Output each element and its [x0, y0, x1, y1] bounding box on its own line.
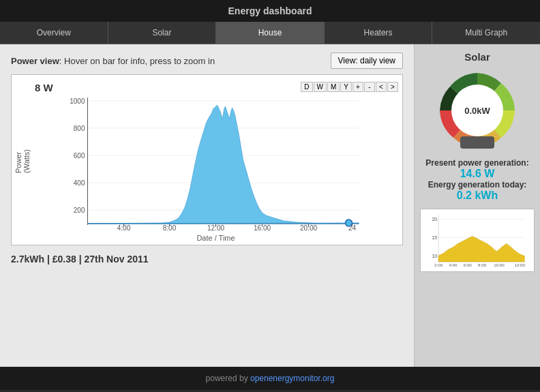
right-panel: Solar — [414, 44, 540, 367]
chart-btn-minus[interactable]: - — [364, 82, 375, 92]
chart-btn-d[interactable]: D — [301, 82, 312, 92]
energy-today-label: Energy generation today: — [420, 180, 535, 190]
footer: powered by openenergymonitor.org — [0, 367, 540, 390]
mini-chart-container: 20 15 10 2:00 4:00 6:00 8:00 10:00 12:00 — [420, 209, 535, 272]
chart-btn-prev[interactable]: < — [376, 82, 387, 92]
svg-marker-24 — [88, 105, 359, 224]
summary-text: 2.7kWh | £0.38 | 27th Nov 2011 — [11, 254, 403, 265]
chart-btn-plus[interactable]: + — [352, 82, 363, 92]
chart-btn-next[interactable]: > — [387, 82, 398, 92]
svg-text:200: 200 — [74, 207, 85, 214]
y-axis-label: Power(Watts) — [14, 80, 31, 242]
view-button[interactable]: View: daily view — [331, 52, 403, 69]
tab-multigraph[interactable]: Multi Graph — [432, 22, 540, 44]
energy-today-value: 0.2 kWh — [420, 190, 535, 202]
svg-text:6:00: 6:00 — [464, 262, 472, 267]
svg-text:8:00: 8:00 — [478, 262, 487, 267]
svg-text:1000: 1000 — [70, 97, 85, 105]
tab-overview[interactable]: Overview — [0, 22, 108, 44]
mini-chart-svg: 20 15 10 2:00 4:00 6:00 8:00 10:00 12:00 — [423, 212, 531, 267]
svg-text:600: 600 — [74, 152, 85, 160]
svg-text:15: 15 — [432, 235, 437, 241]
svg-text:10:00: 10:00 — [494, 262, 505, 267]
left-panel: Power view: Hover on bar for info, press… — [0, 44, 414, 367]
chart-buttons: D W M Y + - < > — [301, 82, 398, 92]
svg-text:2:00: 2:00 — [434, 262, 443, 267]
svg-text:400: 400 — [74, 179, 85, 187]
tab-house[interactable]: House — [216, 22, 325, 44]
svg-rect-29 — [460, 136, 494, 149]
footer-text: powered by — [206, 374, 250, 383]
chart-svg: 1000 800 600 400 200 — [32, 94, 400, 230]
nav-bar: Overview Solar House Heaters Multi Graph — [0, 22, 540, 44]
svg-text:4:00: 4:00 — [449, 262, 457, 267]
svg-text:20: 20 — [432, 217, 437, 222]
chart-btn-y[interactable]: Y — [340, 82, 352, 92]
chart-btn-w[interactable]: W — [314, 82, 327, 92]
solar-section-title: Solar — [464, 51, 490, 63]
gauge-center-value: 0.0kW — [464, 105, 490, 116]
chart-inner: 8 W D W M Y + - < > 1000 800 600 — [32, 80, 400, 242]
solar-stats: Present power generation: 14.6 W Energy … — [420, 158, 535, 202]
chart-current-value: 8 W — [35, 82, 53, 93]
main-content: Power view: Hover on bar for info, press… — [0, 44, 540, 367]
x-axis-label: Date / Time — [32, 234, 400, 242]
svg-text:12:00: 12:00 — [514, 262, 525, 267]
chart-svg-area: 1000 800 600 400 200 — [32, 94, 400, 232]
svg-text:10: 10 — [432, 254, 437, 259]
power-view-label: Power view: Hover on bar for info, press… — [11, 56, 215, 66]
footer-link[interactable]: openenergymonitor.org — [250, 374, 334, 383]
tab-solar[interactable]: Solar — [108, 22, 217, 44]
chart-btn-m[interactable]: M — [327, 82, 340, 92]
chart-container: Power(Watts) 8 W D W M Y + - < > 1000 — [11, 74, 403, 245]
present-power-label: Present power generation: — [420, 158, 535, 168]
gauge-container: 0.0kW — [436, 70, 518, 151]
svg-text:800: 800 — [74, 125, 85, 132]
svg-marker-44 — [438, 237, 524, 262]
svg-point-26 — [346, 220, 352, 226]
power-view-header: Power view: Hover on bar for info, press… — [11, 52, 403, 69]
title-bar: Energy dashboard — [0, 0, 540, 22]
present-power-value: 14.6 W — [420, 168, 535, 180]
app-title: Energy dashboard — [228, 5, 312, 16]
tab-heaters[interactable]: Heaters — [325, 22, 433, 44]
